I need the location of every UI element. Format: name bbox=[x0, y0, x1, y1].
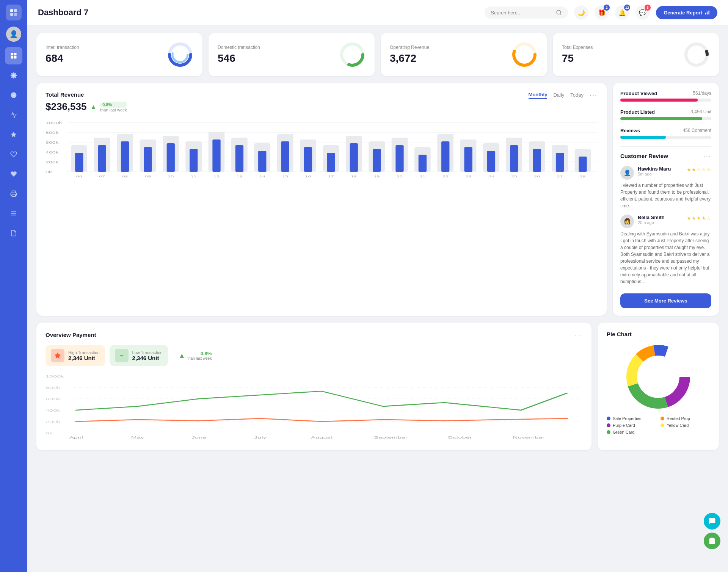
sidebar-item-dashboard[interactable] bbox=[5, 47, 22, 64]
svg-text:10: 10 bbox=[168, 175, 174, 178]
messages-button[interactable]: 💬 5 bbox=[635, 5, 650, 20]
svg-rect-2 bbox=[10, 13, 13, 16]
revenue-badge: 0.8% bbox=[100, 102, 127, 108]
svg-text:600k: 600k bbox=[46, 141, 59, 144]
pie-legend: Sale Properties Rented Prop Purple Card … bbox=[607, 416, 710, 434]
svg-text:July: July bbox=[254, 436, 267, 439]
overview-title: Overview Payment bbox=[46, 332, 96, 338]
svg-rect-79 bbox=[350, 143, 358, 172]
svg-rect-20 bbox=[705, 13, 706, 15]
svg-text:07: 07 bbox=[99, 175, 105, 178]
support-fab[interactable] bbox=[704, 513, 720, 530]
sidebar-item-print[interactable] bbox=[5, 185, 22, 202]
high-transaction-pill: High Transaction 2,346 Unit bbox=[46, 345, 105, 366]
stat-card-domestic-transaction: Domestic transaction 546 bbox=[209, 33, 375, 76]
svg-point-28 bbox=[686, 44, 707, 65]
svg-text:13: 13 bbox=[236, 175, 242, 178]
svg-rect-58 bbox=[190, 149, 198, 172]
svg-text:April: April bbox=[69, 436, 83, 439]
sidebar-item-list[interactable] bbox=[5, 205, 22, 222]
svg-rect-91 bbox=[441, 141, 449, 172]
svg-rect-82 bbox=[373, 149, 381, 172]
legend-purple-card: Purple Card bbox=[607, 423, 656, 428]
svg-marker-11 bbox=[11, 132, 17, 137]
avatar[interactable]: 👤 bbox=[6, 27, 21, 42]
svg-text:17: 17 bbox=[328, 175, 334, 178]
svg-text:20: 20 bbox=[397, 175, 403, 178]
svg-rect-43 bbox=[75, 153, 83, 172]
svg-text:22: 22 bbox=[442, 175, 449, 178]
product-viewed-value: 561/days bbox=[693, 91, 711, 96]
charts-row: Total Revenue Monthly Daily Today ··· $2… bbox=[36, 83, 719, 316]
stat-label-1: Domestic transaction bbox=[218, 45, 260, 50]
legend-label-2: Purple Card bbox=[613, 423, 635, 428]
svg-text:09: 09 bbox=[145, 175, 151, 178]
svg-rect-88 bbox=[419, 155, 427, 172]
sidebar-item-star[interactable] bbox=[5, 126, 22, 143]
sidebar-item-heart-fill[interactable] bbox=[5, 165, 22, 183]
low-transaction-label: Low Transaction bbox=[132, 350, 163, 355]
theme-toggle-button[interactable]: 🌙 bbox=[574, 5, 588, 20]
svg-text:18: 18 bbox=[351, 175, 357, 178]
search-input[interactable] bbox=[491, 10, 553, 16]
sidebar-item-document[interactable] bbox=[5, 224, 22, 242]
messages-badge: 5 bbox=[645, 5, 651, 11]
svg-text:19: 19 bbox=[374, 175, 380, 178]
gift-button[interactable]: 🎁 2 bbox=[595, 5, 609, 20]
svg-rect-19 bbox=[707, 12, 708, 15]
high-transaction-value: 2,346 Unit bbox=[68, 355, 100, 361]
svg-rect-76 bbox=[327, 153, 335, 172]
product-viewed-stat: Product Viewed 561/days bbox=[620, 91, 711, 102]
bar-chart-icon bbox=[704, 10, 710, 15]
sidebar-item-info[interactable] bbox=[5, 86, 22, 104]
svg-text:400k: 400k bbox=[46, 409, 61, 412]
sidebar-item-analytics[interactable] bbox=[5, 106, 22, 124]
overview-more-button[interactable]: ··· bbox=[574, 331, 582, 339]
high-transaction-icon bbox=[51, 349, 64, 362]
revenue-card: Total Revenue Monthly Daily Today ··· $2… bbox=[36, 83, 607, 316]
svg-rect-5 bbox=[14, 53, 17, 56]
reviewer-avatar-1: 👩 bbox=[620, 215, 634, 228]
reviews-value: 456 Comment bbox=[683, 128, 711, 133]
sidebar-item-settings[interactable] bbox=[5, 67, 22, 84]
overview-pct-sub: than last week bbox=[187, 356, 212, 360]
notification-button[interactable]: 🔔 12 bbox=[615, 5, 629, 20]
stats-row: Inter. transaction 684 Domestic transact… bbox=[36, 33, 719, 76]
gift-badge: 2 bbox=[604, 5, 610, 11]
svg-text:800k: 800k bbox=[46, 386, 61, 390]
sidebar: 👤 bbox=[0, 0, 27, 572]
search-icon bbox=[556, 9, 562, 16]
svg-text:14: 14 bbox=[259, 175, 266, 178]
see-more-reviews-button[interactable]: See More Reviews bbox=[620, 293, 711, 308]
notification-badge: 12 bbox=[624, 5, 630, 11]
cart-fab[interactable] bbox=[704, 533, 720, 549]
revenue-tabs: Monthly Daily Today bbox=[529, 92, 584, 99]
review-more-button[interactable]: ··· bbox=[703, 152, 711, 160]
svg-rect-1 bbox=[14, 9, 17, 12]
reviewer-time-0: 5m ago bbox=[638, 172, 671, 176]
customer-review-title: Customer Review bbox=[620, 153, 668, 159]
overview-line-chart: 1000k 800k 600k 400k 200k 0k bbox=[46, 372, 582, 440]
reviewer-avatar-0: 👤 bbox=[620, 166, 634, 180]
stat-value-3: 75 bbox=[562, 52, 593, 64]
svg-text:September: September bbox=[374, 436, 408, 439]
sidebar-item-heart-outline[interactable] bbox=[5, 146, 22, 163]
svg-rect-12 bbox=[12, 194, 16, 197]
pct-up-icon: ▲ bbox=[179, 352, 185, 360]
svg-text:26: 26 bbox=[534, 175, 540, 178]
tab-daily[interactable]: Daily bbox=[553, 92, 564, 99]
tab-monthly[interactable]: Monthly bbox=[529, 92, 548, 99]
tab-today[interactable]: Today bbox=[570, 92, 584, 99]
search-bar[interactable] bbox=[485, 6, 568, 19]
svg-text:23: 23 bbox=[465, 175, 471, 178]
svg-rect-4 bbox=[11, 53, 14, 56]
app-logo[interactable] bbox=[6, 5, 22, 20]
side-stats-panel: Product Viewed 561/days Product Listed 3… bbox=[613, 83, 719, 316]
legend-label-4: Green Card bbox=[613, 430, 634, 434]
generate-report-button[interactable]: Generate Report bbox=[656, 6, 717, 19]
pie-chart-card: Pie Chart S bbox=[598, 323, 719, 450]
svg-rect-6 bbox=[11, 56, 14, 59]
reviewer-stars-0: ★★☆☆☆ bbox=[687, 167, 711, 172]
donut-chart-1 bbox=[339, 41, 366, 68]
revenue-more-button[interactable]: ··· bbox=[590, 91, 598, 99]
